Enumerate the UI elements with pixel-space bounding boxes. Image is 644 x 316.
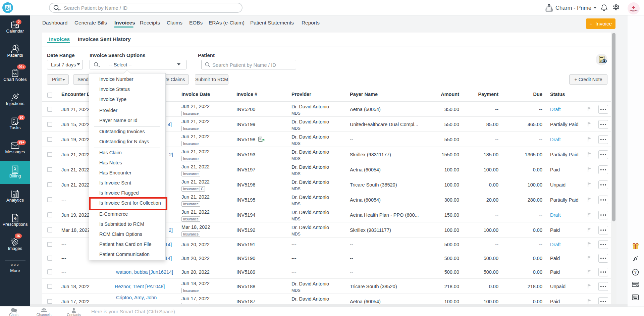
- svg-text:$: $: [14, 166, 16, 171]
- svg-text:?: ?: [634, 270, 636, 274]
- svg-text:MEDICAL: MEDICAL: [632, 11, 636, 12]
- svg-text:CC: CC: [13, 72, 17, 75]
